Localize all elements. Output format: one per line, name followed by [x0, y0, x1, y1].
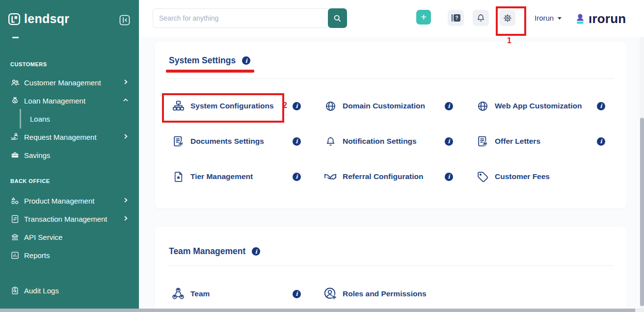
sidebar-item-request-management[interactable]: Request Management [0, 130, 139, 143]
help-docs-button[interactable]: ? [448, 10, 464, 26]
team-management-header: Team Management [169, 246, 260, 257]
settings-item-web-app-customization[interactable]: Web App Customization [471, 88, 615, 124]
system-settings-grid: System Configurations Domain Customizati… [167, 88, 615, 194]
vertical-scrollbar-thumb[interactable] [640, 118, 644, 306]
sidebar-item-product-management[interactable]: Product Management [0, 194, 139, 207]
irorun-logo[interactable]: ırorun [575, 11, 626, 26]
user-name: Irorun [535, 14, 554, 22]
clipboard-search-icon [10, 286, 20, 295]
notifications-button[interactable] [473, 10, 489, 26]
sidebar-item-loans[interactable]: Loans [0, 112, 139, 125]
settings-item-documents-settings[interactable]: Documents Settings [167, 124, 319, 159]
sidebar-item-customer-management[interactable]: Customer Management [0, 76, 139, 89]
sidebar-item-savings[interactable]: Savings [0, 149, 139, 161]
settings-item-label: Documents Settings [190, 137, 264, 146]
settings-item-team[interactable]: Team [167, 276, 319, 312]
divider [167, 265, 614, 266]
globe-icon [323, 99, 338, 113]
sidebar-item-api-service[interactable]: API Service [0, 231, 139, 243]
horizontal-scrollbar-thumb[interactable] [0, 309, 635, 312]
sidebar-item-loan-management[interactable]: Loan Management [0, 94, 139, 107]
settings-item-label: Roles and Permissions [343, 289, 427, 298]
section-title: System Settings [169, 55, 236, 66]
sidebar-item-label: Product Management [24, 197, 94, 205]
document-gear-icon [171, 134, 186, 149]
settings-item-referral-configuration[interactable]: Referral Configuration [319, 159, 471, 194]
info-icon[interactable] [445, 137, 453, 146]
settings-item-label: Notification Settings [343, 137, 417, 146]
sidebar-item-label: API Service [24, 233, 62, 241]
sidebar-section-back-office: BACK OFFICE [10, 178, 50, 184]
divider [167, 78, 614, 79]
chevron-up-icon [123, 97, 129, 103]
team-icon [171, 286, 186, 301]
info-icon[interactable] [597, 102, 605, 110]
sitemap-icon [171, 99, 186, 113]
search-input[interactable] [153, 8, 330, 28]
person-gear-icon [323, 286, 338, 301]
sidebar-section-customers: CUSTOMERS [10, 61, 47, 67]
chevron-right-icon [123, 79, 129, 85]
sidebar-item-reports[interactable]: Reports [0, 249, 139, 261]
settings-item-label: Offer Letters [495, 137, 540, 146]
search-button[interactable] [328, 8, 347, 28]
lendsqr-logo[interactable]: lendsqr [8, 12, 69, 26]
info-icon[interactable] [445, 102, 453, 110]
info-icon[interactable] [252, 247, 260, 256]
gear-icon [502, 13, 513, 24]
settings-item-label: Domain Customization [343, 102, 425, 110]
chevron-right-icon [123, 133, 129, 139]
team-management-card: Team Management Team [155, 227, 627, 312]
settings-item-system-configurations[interactable]: System Configurations [167, 88, 319, 124]
info-icon[interactable] [445, 173, 453, 181]
settings-item-label: Tier Management [190, 172, 253, 181]
user-menu[interactable]: Irorun [535, 14, 562, 22]
lendsqr-logo-icon [8, 13, 21, 26]
document-gear-icon [475, 134, 490, 149]
info-icon[interactable] [293, 102, 301, 110]
shapes-icon [10, 196, 20, 206]
document-star-icon [171, 169, 186, 184]
system-settings-header: System Settings [169, 55, 250, 66]
system-settings-card: System Settings System Configurations [155, 42, 627, 208]
chevron-right-icon [123, 197, 129, 203]
settings-item-offer-letters[interactable]: Offer Letters [471, 124, 615, 159]
chevron-right-icon [123, 215, 129, 221]
settings-item-roles-and-permissions[interactable]: Roles and Permissions [319, 276, 471, 312]
settings-item-label: Web App Customization [495, 102, 582, 110]
settings-item-domain-customization[interactable]: Domain Customization [319, 88, 471, 124]
sidebar-item-transaction-management[interactable]: Transaction Management [0, 212, 139, 225]
hand-request-icon [10, 132, 20, 142]
sidebar-subitem-label: Loans [30, 115, 50, 123]
settings-button[interactable] [499, 10, 515, 26]
sidebar-partial-item [12, 37, 19, 38]
settings-item-label: Team [190, 289, 210, 298]
sidebar-item-label: Customer Management [24, 78, 101, 87]
info-icon[interactable] [242, 56, 250, 65]
settings-item-customer-fees[interactable]: Customer Fees [471, 159, 615, 194]
settings-item-notification-settings[interactable]: Notification Settings [319, 124, 471, 159]
info-icon[interactable] [597, 137, 605, 146]
sidebar-item-audit-logs[interactable]: Audit Logs [0, 284, 139, 297]
sidebar-item-label: Savings [24, 151, 50, 159]
app-window: lendsqr CUSTOMERS Customer Management [0, 0, 644, 312]
sidebar-item-label: Audit Logs [24, 286, 59, 295]
price-tag-icon [475, 169, 490, 184]
search-icon [333, 14, 342, 23]
info-icon[interactable] [293, 173, 301, 181]
irorun-logo-text: ırorun [589, 11, 626, 26]
bell-icon [323, 134, 338, 149]
bell-icon [476, 13, 486, 23]
sidebar: lendsqr CUSTOMERS Customer Management [0, 0, 139, 309]
bank-icon [10, 232, 20, 242]
info-icon[interactable] [293, 290, 301, 298]
users-icon [10, 78, 20, 87]
add-button[interactable]: + [416, 10, 431, 25]
info-icon[interactable] [293, 137, 301, 146]
settings-item-tier-management[interactable]: Tier Management [167, 159, 319, 194]
sidebar-item-label: Loan Management [24, 97, 85, 105]
sidebar-collapse-icon[interactable] [119, 15, 130, 26]
handshake-icon [323, 169, 338, 184]
sidebar-item-label: Transaction Management [24, 215, 107, 223]
irorun-logo-icon [575, 13, 586, 25]
